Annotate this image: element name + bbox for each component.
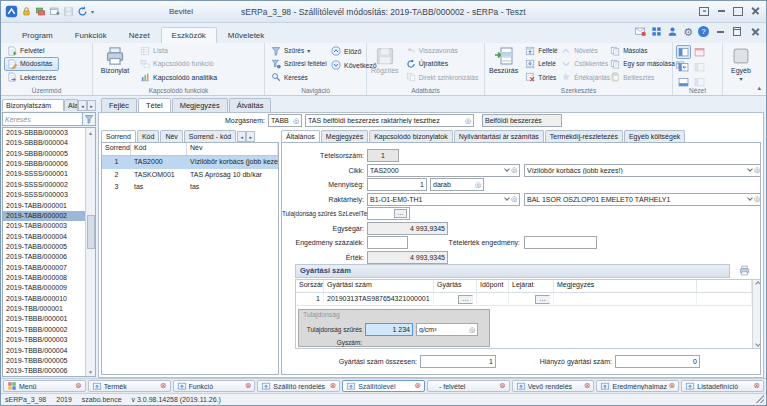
tab-nezet[interactable]: Nézet [118,27,161,43]
gear-icon[interactable]: ⚙ [683,27,693,37]
lookup-icon[interactable]: ◎ [511,166,517,174]
task-close-icon[interactable]: ⊗ [75,382,82,390]
ujratoltes-button[interactable]: Újratöltés [403,57,482,70]
task-menu[interactable]: Menü⊗ [3,380,86,392]
raktarhely-name-combo[interactable]: BAL 1SOR OSZLOP01 EMELET0 TÁRHELY1◎ [524,193,761,206]
rogzites-button[interactable]: Rögzítés [370,44,400,84]
list-item[interactable]: 2019-TABB/000006 [3,252,85,262]
list-item[interactable]: 2019-SBBB/000005 [3,149,85,159]
raktarhely-code-combo[interactable]: B1-O1-EM0-TH1◎ [367,193,520,206]
mdi-minimize-button[interactable] [714,26,726,37]
visszavonas-button[interactable]: Visszavonás [403,44,482,57]
list-item[interactable]: 2019-SBBB/000006 [3,159,85,169]
noveles-button[interactable]: Növelés [558,44,604,57]
mdi-restore-button[interactable] [731,26,743,37]
task-close-icon[interactable]: ⊗ [499,382,506,390]
panel-dim1-toggle[interactable] [692,60,707,74]
gyszam-unit-field[interactable]: g/cm³◎ [416,323,478,336]
task-listadefinicio[interactable]: Listadefiníció⊗ [681,380,764,392]
panel-arrow-toggle[interactable] [676,60,691,74]
tab-bizonylatszam[interactable]: Bizonylatszám [2,99,64,111]
list-item[interactable]: 2019-TABB/000010 [3,294,85,304]
dropdown-icon[interactable] [747,166,753,172]
list-item[interactable]: 2019-SSSS/000002 [3,180,85,190]
list-item[interactable]: 2019-SBBB/000003 [3,128,85,138]
tab-eszkozok[interactable]: Eszközök [161,27,217,43]
task-close-icon[interactable]: ⊗ [753,382,760,390]
tab-ala[interactable]: Ala [64,99,78,111]
panel-left-toggle[interactable] [676,45,691,59]
list-scrollbar[interactable]: ▲ ▼ [85,128,95,376]
lookup-icon[interactable]: ◎ [754,195,760,203]
panel-pink-toggle[interactable] [692,45,707,59]
list-item[interactable]: 2019-TABB/000003 [3,221,85,231]
lejarat-ellipsis-button[interactable]: … [535,295,550,304]
tab-muveletek[interactable]: Műveletek [217,27,275,43]
tab-item-megjegyzes[interactable]: Megjegyzés [321,130,368,142]
minimize-button[interactable] [714,5,728,17]
lekerdezes-button[interactable]: Lekérdezés [4,71,59,84]
list-item[interactable]: 2019-SBBB/000004 [3,138,85,148]
grid-row[interactable]: 3 tas tas [102,181,278,194]
lock-icon[interactable] [21,6,32,17]
scroll-thumb[interactable] [87,215,95,249]
gyartas-ellipsis-button[interactable]: … [458,295,473,304]
task-szallito-rendeles[interactable]: Szállító rendelés⊗ [257,380,340,392]
task-close-icon[interactable]: ⊗ [245,382,252,390]
cikk-code-combo[interactable]: TAS2000◎ [367,164,520,177]
ribbon-collapse-icon[interactable]: ▴ [757,84,761,92]
tab-funkciok[interactable]: Funkciók [64,27,118,43]
list-tab-prev-icon[interactable]: ◂ [78,100,87,111]
refresh-icon[interactable] [77,6,88,17]
list-item[interactable]: 2019-TABB/000007 [3,263,85,273]
help-icon[interactable]: ? [698,26,709,37]
list-item[interactable]: 2019-TABB/000009 [3,283,85,293]
task-felvetel[interactable]: - felvétel⊗ [427,380,510,392]
lookup-icon[interactable]: ◎ [465,117,471,125]
mozgasnem-code-field[interactable]: TABB◎ [268,114,302,127]
kapcsolodo-analitika-button[interactable]: Kapcsolódó analitika [137,71,220,84]
tab-altalanos[interactable]: Általános [281,130,320,142]
egyeb-button[interactable]: Egyéb▾ [726,44,756,84]
list-item[interactable]: 2019-TABB/000005 [3,242,85,252]
grid-row-selected[interactable]: 1 TAS2000 Vízilóbőr korbács (jobb kezes!… [102,156,278,169]
list-item[interactable]: 2019-TBBB/000004 [3,346,85,356]
user-icon[interactable] [667,26,678,37]
task-close-icon[interactable]: ⊗ [414,382,421,390]
task-close-icon[interactable]: ⊗ [584,382,591,390]
sort-tab-kod[interactable]: Kód [137,130,159,142]
layers-icon[interactable] [35,6,46,17]
lookup-icon[interactable]: ◎ [293,117,299,125]
task-termek[interactable]: Termék⊗ [88,380,171,392]
maximize-button[interactable] [731,5,745,17]
scroll-up-icon[interactable] [755,281,761,287]
gyszam-value-field[interactable]: 1 234 [365,323,413,336]
engedmeny-field[interactable] [367,236,408,249]
mail-icon[interactable] [635,26,646,37]
sort-tab-sorrend[interactable]: Sorrend [101,130,136,142]
felfele-button[interactable]: Felfelé [522,44,555,57]
lista-button[interactable]: Lista [137,44,220,57]
sort-tab-nev[interactable]: Név [160,130,182,142]
resize-grip[interactable] [756,395,764,403]
sort-tab-prev-icon[interactable]: ◂ [237,131,246,142]
sort-tab-sorrend-kod[interactable]: Sorrend - kód [184,130,236,142]
beszuras-button[interactable]: Beszúrás [488,44,519,84]
scroll-down-icon[interactable]: ▼ [88,367,93,376]
list-item[interactable]: 2019-TABB/000008 [3,273,85,283]
felvetel-button[interactable]: Felvétel [4,44,59,57]
tab-program[interactable]: Program [11,27,64,43]
szuresi-feltetel-button[interactable]: Szűrési feltétel [268,57,325,70]
kereses-button[interactable]: Keresés [268,71,325,84]
tab-fejlec[interactable]: Fejléc [101,98,137,112]
tetelertek-field[interactable] [524,236,597,249]
task-eredmenyhalmaz[interactable]: Eredményhalmaz⊗ [596,380,679,392]
task-funkcio[interactable]: Funkció⊗ [173,380,256,392]
new-window-icon[interactable] [49,6,60,17]
scroll-up-icon[interactable]: ▲ [88,128,93,137]
dropdown-icon[interactable] [747,195,753,201]
task-close-icon[interactable]: ⊗ [329,382,336,390]
tab-termekdij[interactable]: Termékdíj-részletezés [545,130,623,142]
tab-megjegyzes[interactable]: Megjegyzés [172,98,228,112]
tulajdonsag-szures-field[interactable]: … [367,207,410,220]
